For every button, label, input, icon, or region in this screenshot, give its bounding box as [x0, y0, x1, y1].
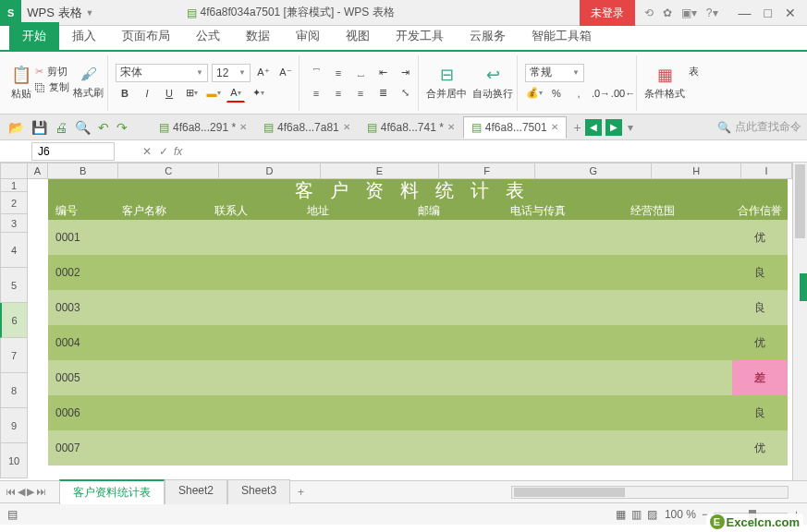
underline-button[interactable]: U — [160, 84, 178, 103]
tab-list-button[interactable]: ▾ — [628, 121, 633, 134]
redo-icon[interactable]: ↷ — [114, 120, 130, 135]
orientation-button[interactable]: ⤡ — [396, 84, 414, 103]
horizontal-scrollbar[interactable] — [511, 486, 789, 499]
tab-view[interactable]: 视图 — [333, 22, 383, 50]
tab-start[interactable]: 开始 — [9, 22, 59, 50]
table-row[interactable]: 0001优 — [48, 220, 788, 255]
increase-font-button[interactable]: A⁺ — [254, 64, 273, 82]
table-row[interactable]: 0003良 — [48, 290, 788, 325]
maximize-button[interactable]: □ — [764, 6, 772, 20]
sheet-first-button[interactable]: ⏮ — [6, 486, 16, 498]
align-middle-button[interactable]: ≡ — [329, 64, 348, 82]
undo-icon[interactable]: ↶ — [95, 120, 112, 135]
align-center-button[interactable]: ≡ — [329, 84, 348, 103]
tab-smart[interactable]: 智能工具箱 — [519, 22, 605, 50]
tab-insert[interactable]: 插入 — [59, 22, 109, 50]
row-header[interactable]: 7 — [0, 338, 28, 373]
copy-button[interactable]: ⿻复制 — [35, 80, 69, 94]
tab-dev[interactable]: 开发工具 — [383, 22, 457, 50]
fontsize-select[interactable]: 12▼ — [212, 64, 251, 82]
close-icon[interactable]: ✕ — [447, 122, 455, 132]
spreadsheet-grid[interactable]: 12345678910 ABCDEFGHI 客户资料统计表 编号 客户名称 联系… — [0, 163, 807, 480]
row-header[interactable]: 10 — [0, 443, 28, 478]
tab-cloud[interactable]: 云服务 — [457, 22, 519, 50]
italic-button[interactable]: I — [138, 84, 156, 103]
align-left-button[interactable]: ≡ — [307, 84, 325, 103]
close-icon[interactable]: ✕ — [239, 122, 247, 132]
row-header[interactable]: 5 — [0, 268, 28, 303]
doc-tab[interactable]: ▤4f6a8...7a81✕ — [255, 116, 359, 139]
tab-review[interactable]: 审阅 — [283, 22, 333, 50]
number-format-select[interactable]: 常规▼ — [525, 64, 584, 82]
row-header[interactable]: 9 — [0, 408, 28, 443]
add-tab-button[interactable]: + — [574, 120, 581, 135]
justify-button[interactable]: ≣ — [373, 84, 392, 103]
border-button[interactable]: ⊞▾ — [182, 84, 201, 103]
col-header[interactable]: G — [535, 163, 652, 179]
decimal-inc-button[interactable]: .0→ — [592, 84, 610, 103]
col-header[interactable]: E — [321, 163, 439, 179]
skin-icon[interactable]: ▣▾ — [681, 6, 697, 19]
preview-icon[interactable]: 🔍 — [72, 120, 93, 135]
doc-map-icon[interactable]: ▤ — [7, 508, 18, 521]
cond-format-button[interactable]: ▦ 条件格式 — [644, 65, 685, 101]
tab-formula[interactable]: 公式 — [183, 22, 233, 50]
cancel-formula-icon[interactable]: ✕ — [142, 145, 152, 158]
percent-button[interactable]: % — [547, 84, 566, 103]
table-row[interactable]: 0004优 — [48, 325, 788, 360]
save-icon[interactable]: 💾 — [29, 120, 50, 135]
help-icon[interactable]: ?▾ — [706, 6, 718, 19]
sheet-next-button[interactable]: ▶ — [27, 486, 34, 498]
row-header[interactable]: 4 — [0, 233, 28, 268]
doc-tab[interactable]: ▤4f6a8...291 *✕ — [151, 116, 255, 139]
bold-button[interactable]: B — [116, 84, 134, 103]
table-style-button[interactable]: 表 — [689, 65, 699, 101]
col-header[interactable]: C — [118, 163, 218, 179]
select-all-corner[interactable] — [0, 163, 28, 179]
name-box[interactable]: J6 — [31, 142, 115, 161]
sheet-tab-2[interactable]: Sheet2 — [165, 479, 227, 504]
command-search[interactable]: 🔍 点此查找命令 — [717, 119, 801, 135]
table-row[interactable]: 0007优 — [48, 430, 788, 466]
font-select[interactable]: 宋体▼ — [116, 64, 208, 82]
indent-inc-button[interactable]: ⇥ — [396, 64, 414, 82]
row-header[interactable]: 1 — [0, 179, 28, 192]
comma-button[interactable]: , — [569, 84, 588, 103]
fx-label[interactable]: fx — [174, 145, 182, 158]
indent-dec-button[interactable]: ⇤ — [373, 64, 392, 82]
sheet-tab-active[interactable]: 客户资料统计表 — [59, 479, 165, 504]
col-header[interactable]: H — [652, 163, 740, 179]
row-header[interactable]: 6 — [0, 303, 28, 338]
add-sheet-button[interactable]: + — [290, 486, 312, 499]
fill-color-button[interactable]: ▬▾ — [204, 84, 223, 103]
table-row[interactable]: 0005差 — [48, 360, 788, 395]
align-bottom-button[interactable]: ⎵ — [351, 64, 370, 82]
row-header[interactable]: 2 — [0, 192, 28, 214]
align-right-button[interactable]: ≡ — [351, 84, 370, 103]
doc-tab[interactable]: ▤4f6a8...7501✕ — [463, 116, 567, 139]
sync-icon[interactable]: ⟲ — [644, 6, 654, 19]
close-icon[interactable]: ✕ — [343, 122, 350, 132]
col-header[interactable]: B — [48, 163, 119, 179]
open-icon[interactable]: 📂 — [6, 120, 27, 135]
print-icon[interactable]: 🖨 — [52, 120, 70, 135]
zoom-label[interactable]: 100 % — [665, 508, 696, 521]
row-header[interactable]: 8 — [0, 373, 28, 408]
currency-button[interactable]: 💰▾ — [525, 84, 544, 103]
font-color-button[interactable]: A▾ — [226, 84, 245, 103]
settings-icon[interactable]: ✿ — [663, 6, 672, 19]
tab-prev-button[interactable]: ◀ — [585, 119, 602, 136]
page-view-button[interactable]: ▥ — [631, 508, 642, 521]
auto-wrap-button[interactable]: ↩ 自动换行 — [472, 65, 513, 101]
col-header[interactable]: F — [439, 163, 535, 179]
minimize-button[interactable]: — — [739, 6, 752, 20]
row-header[interactable]: 3 — [0, 214, 28, 233]
vertical-scrollbar[interactable] — [792, 163, 807, 480]
format-painter-button[interactable]: 🖌 格式刷 — [73, 65, 104, 101]
phonetic-button[interactable]: ✦▾ — [249, 84, 267, 103]
table-row[interactable]: 0002良 — [48, 255, 788, 290]
table-row[interactable]: 0006良 — [48, 395, 788, 430]
decimal-dec-button[interactable]: .00← — [614, 84, 632, 103]
sheet-tab-3[interactable]: Sheet3 — [227, 479, 290, 504]
close-icon[interactable]: ✕ — [551, 122, 558, 132]
